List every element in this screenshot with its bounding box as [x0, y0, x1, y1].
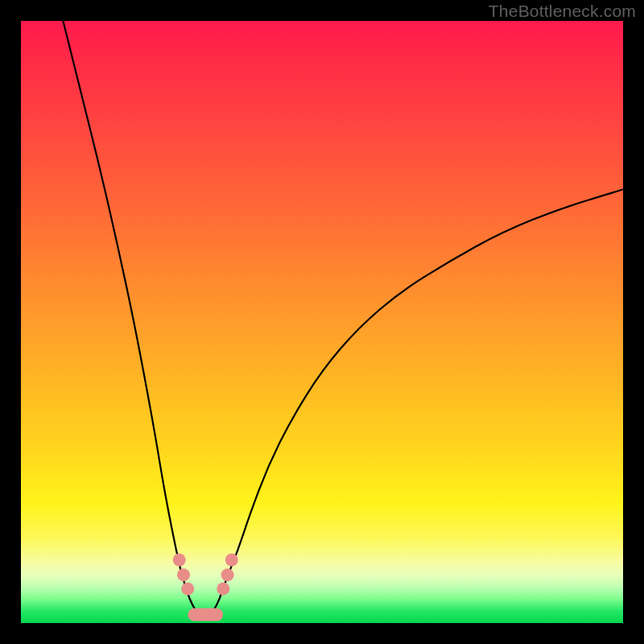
watermark-text: TheBottleneck.com	[489, 2, 636, 21]
outer-frame: TheBottleneck.com	[0, 0, 644, 644]
marker-dot	[217, 582, 229, 595]
curve-svg	[21, 21, 623, 623]
plot-area	[21, 21, 623, 623]
bottleneck-curve	[63, 21, 623, 617]
marker-dot	[221, 568, 234, 581]
marker-dot	[225, 554, 238, 567]
marker-pill	[188, 609, 223, 621]
marker-dot	[173, 554, 186, 567]
highlighted-markers	[173, 554, 238, 621]
marker-dot	[181, 582, 194, 595]
marker-dot	[177, 568, 190, 581]
